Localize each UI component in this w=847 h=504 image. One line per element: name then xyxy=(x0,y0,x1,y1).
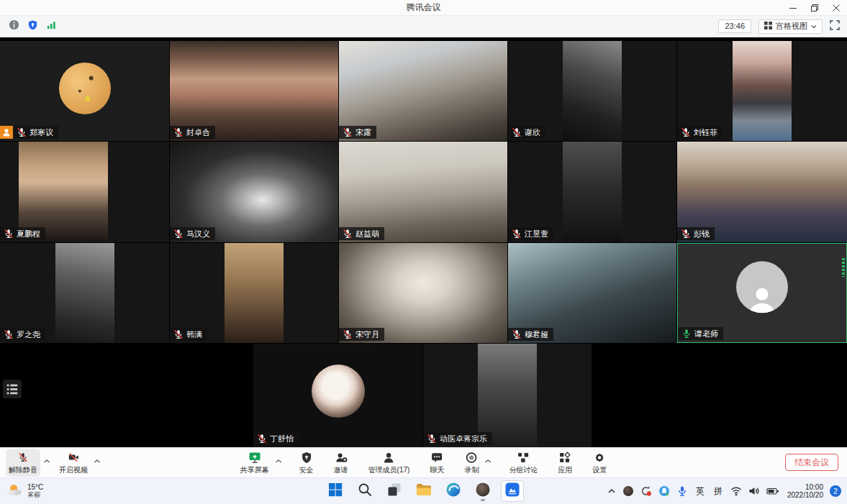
qq-icon[interactable] xyxy=(658,485,670,497)
start-video-more-button[interactable] xyxy=(94,454,101,467)
participant-video xyxy=(733,41,792,141)
edge-taskbar-button[interactable] xyxy=(442,480,465,502)
user-photo-icon[interactable] xyxy=(622,485,634,497)
mic-muted-icon xyxy=(0,328,14,341)
settings-button[interactable]: 设置 xyxy=(589,449,610,477)
toolbar-item-label: 设置 xyxy=(592,465,607,475)
participant-name: 宋守月 xyxy=(353,328,384,341)
participant-tile[interactable]: 彭锐 xyxy=(677,142,847,242)
meeting-info-icon[interactable] xyxy=(9,19,19,33)
audio-level-indicator xyxy=(842,258,845,277)
record-button[interactable]: 录制 xyxy=(461,449,481,477)
person-icon xyxy=(382,451,395,464)
toolbar-item-label: 邀请 xyxy=(334,465,348,475)
meeting-topbar: 23:46 宫格视图 xyxy=(0,16,847,37)
file-explorer-icon xyxy=(415,481,432,501)
participant-name-label: 动医卓蒋宗乐 xyxy=(423,432,492,445)
network-signal-icon[interactable] xyxy=(46,19,57,33)
chevron-down-icon xyxy=(811,22,817,31)
task-view-taskbar-button[interactable] xyxy=(383,480,406,502)
participant-name: 动医卓蒋宗乐 xyxy=(437,432,492,445)
start-taskbar-button[interactable] xyxy=(324,480,347,502)
search-taskbar-button[interactable] xyxy=(353,480,376,502)
notification-badge[interactable]: 2 xyxy=(830,485,841,497)
view-mode-label: 宫格视图 xyxy=(776,22,807,31)
participant-tile[interactable]: 赵益萌 xyxy=(339,142,507,242)
security-shield-icon[interactable] xyxy=(27,19,38,34)
participant-tile[interactable]: 刘钰菲 xyxy=(677,41,847,141)
fullscreen-button[interactable] xyxy=(830,20,840,33)
participant-tile[interactable]: 江昱萱 xyxy=(508,142,676,242)
breakout-icon xyxy=(517,451,530,464)
volume-icon[interactable] xyxy=(748,486,760,496)
screen-record-icon[interactable] xyxy=(640,485,652,497)
chevron-up-icon[interactable] xyxy=(607,487,616,495)
participant-name-label: 赵益萌 xyxy=(339,227,384,240)
apps-button[interactable]: 应用 xyxy=(555,449,575,477)
toolbar-item-label: 安全 xyxy=(299,465,314,475)
participant-tile[interactable]: 夏鹏程 xyxy=(0,142,169,242)
participant-name-label: 彭锐 xyxy=(677,227,715,240)
mic-muted-icon xyxy=(0,227,14,240)
microphone-icon[interactable] xyxy=(676,485,688,497)
participant-name-label: 夏鹏程 xyxy=(0,227,45,240)
participant-name-label: 谢欣 xyxy=(508,126,545,139)
close-button[interactable] xyxy=(825,0,847,16)
ime-mode-toggle[interactable]: 拼 xyxy=(712,485,724,498)
member-list-toggle[interactable] xyxy=(3,380,22,398)
battery-icon[interactable] xyxy=(766,486,779,496)
minimize-icon xyxy=(789,1,797,14)
participant-name-label: 江昱萱 xyxy=(508,227,553,240)
breakout-button[interactable]: 分组讨论 xyxy=(506,449,540,477)
participant-tile[interactable]: 韩满 xyxy=(170,243,338,343)
share-screen-more-button[interactable] xyxy=(275,454,282,467)
unmute-more-button[interactable] xyxy=(43,454,50,467)
participant-tile[interactable]: 罗之尧 xyxy=(0,243,169,343)
taskbar-clock[interactable]: 10:002022/10/20 xyxy=(787,483,823,499)
participant-tile[interactable]: 穆君娅 xyxy=(508,243,676,343)
start-video-button[interactable]: 开启视频 xyxy=(56,449,91,477)
participant-name: 赵益萌 xyxy=(353,227,384,240)
ime-language-toggle[interactable]: 英 xyxy=(694,485,706,498)
participant-tile[interactable]: 动医卓蒋宗乐 xyxy=(423,344,592,447)
participant-name-label: 丁舒怡 xyxy=(253,432,299,445)
mic-muted-icon xyxy=(423,432,437,445)
participant-name: 彭锐 xyxy=(691,227,715,240)
participant-tile[interactable]: 谭老师 xyxy=(677,243,847,343)
security-button[interactable]: 安全 xyxy=(296,449,317,477)
unmute-button[interactable]: 解除静音 xyxy=(6,449,40,477)
restore-button[interactable] xyxy=(804,0,825,16)
mic-muted-icon xyxy=(677,126,691,139)
mic-muted-icon xyxy=(339,227,353,240)
toolbar-item-label: 管理成员(17) xyxy=(368,465,410,475)
participant-tile[interactable]: 丁舒怡 xyxy=(253,344,422,447)
view-mode-dropdown[interactable]: 宫格视图 xyxy=(758,19,823,34)
participant-tile[interactable]: 郑寒议 xyxy=(0,41,169,141)
mic-muted-icon xyxy=(677,227,691,240)
chat-button[interactable]: 聊天 xyxy=(427,449,447,477)
participant-tile[interactable]: 谢欣 xyxy=(508,41,676,141)
photo-app-taskbar-button[interactable] xyxy=(471,480,494,502)
grid-view-icon xyxy=(764,22,772,32)
participant-name-label: 郑寒议 xyxy=(0,126,58,139)
participant-tile[interactable]: 马汉义 xyxy=(170,142,338,242)
participant-tile[interactable]: 宋守月 xyxy=(339,243,507,343)
participant-tile[interactable]: 宋露 xyxy=(339,41,507,141)
participant-name-label: 罗之尧 xyxy=(0,328,45,341)
invite-button[interactable]: 邀请 xyxy=(331,449,351,477)
members-button[interactable]: 管理成员(17) xyxy=(366,449,413,477)
participant-name-label: 韩满 xyxy=(170,328,207,341)
participant-name: 刘钰菲 xyxy=(691,126,723,139)
record-more-button[interactable] xyxy=(484,454,492,467)
share-screen-button[interactable]: 共享屏幕 xyxy=(237,449,272,477)
tencent-meeting-taskbar-button[interactable] xyxy=(501,480,524,502)
mic-muted-icon xyxy=(508,328,522,341)
start-icon xyxy=(327,481,344,501)
minimize-button[interactable] xyxy=(782,0,804,16)
wifi-icon[interactable] xyxy=(730,486,742,496)
participant-tile[interactable]: 封卓合 xyxy=(170,41,338,141)
end-meeting-button[interactable]: 结束会议 xyxy=(785,454,838,471)
mic-muted-dark-icon xyxy=(18,451,28,464)
taskbar-weather-widget[interactable]: 15°C 雾霾 xyxy=(0,482,43,500)
file-explorer-taskbar-button[interactable] xyxy=(412,480,435,502)
